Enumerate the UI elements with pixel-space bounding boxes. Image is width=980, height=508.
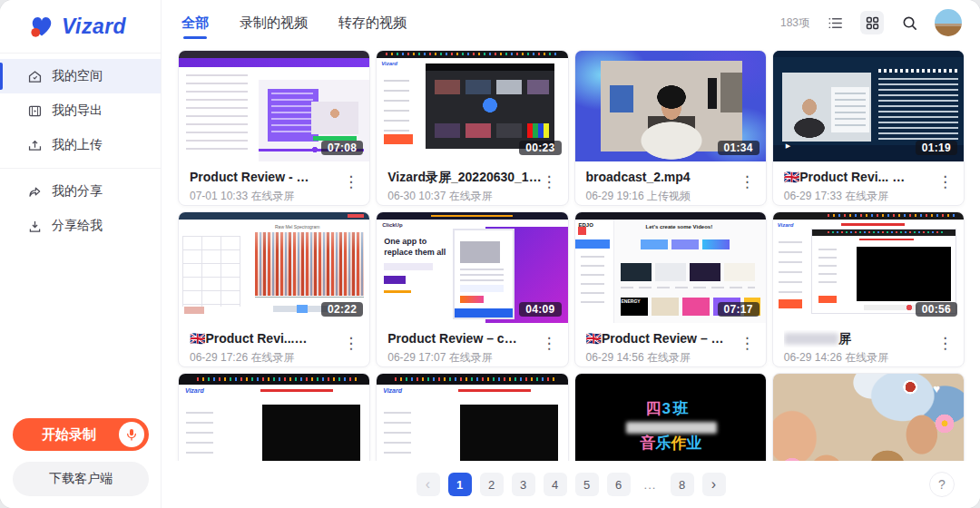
video-info: Product Review - ⋮ 07-01 10:33 在线录屏 — [179, 161, 369, 204]
video-card[interactable]: 00:23 Vizard Vizard录屏_20220630_10_37 ⋮ 0… — [376, 50, 568, 206]
duration-badge: 07:17 — [718, 302, 760, 317]
video-thumbnail[interactable]: 07:17 EDJOLet's create some Videos!ENERG… — [575, 212, 766, 323]
page-button-3[interactable]: 3 — [512, 473, 535, 496]
sidebar-item-label: 我的分享 — [52, 183, 103, 200]
video-thumbnail[interactable]: 00:23 Vizard — [377, 51, 567, 161]
video-card[interactable]: 04:09 ClickUpOne app toreplace them all … — [376, 211, 568, 367]
search-button[interactable] — [897, 11, 921, 34]
thumb-label: 四 — [646, 401, 662, 416]
tab-all[interactable]: 全部 — [181, 2, 209, 44]
sidebar-item-shared-with-me[interactable]: 分享给我 — [0, 209, 161, 243]
more-options-button[interactable]: ⋮ — [538, 334, 561, 353]
page-button-8[interactable]: 8 — [671, 473, 694, 496]
duration-badge: 04:09 — [519, 302, 561, 317]
home-icon — [27, 69, 43, 84]
page-button-4[interactable]: 4 — [544, 473, 567, 496]
more-options-button[interactable]: ⋮ — [934, 172, 956, 191]
video-thumbnail[interactable]: 04:09 ClickUpOne app toreplace them all — [377, 212, 567, 323]
sidebar-item-my-space[interactable]: 我的空间 — [0, 59, 161, 93]
video-meta: 07-01 10:33 在线录屏 — [190, 189, 344, 204]
sidebar-item-my-uploads[interactable]: 我的上传 — [0, 128, 161, 162]
redacted-text — [784, 333, 838, 345]
video-info: 🇬🇧Product Revi... 3 ⋮ 06-29 17:33 在线录屏 — [773, 161, 964, 204]
video-card[interactable]: 01:19 ▶ 🇬🇧Product Revi... 3 ⋮ 06-29 17:3… — [772, 50, 965, 206]
grid-view-button[interactable] — [860, 11, 884, 34]
thumb-label: 音 — [641, 435, 656, 451]
sidebar-item-my-exports[interactable]: 我的导出 — [0, 93, 161, 128]
sidebar: Vizard 我的空间 我的导出 — [0, 0, 162, 508]
share-icon — [27, 184, 43, 200]
more-options-button[interactable]: ⋮ — [736, 334, 759, 353]
thumb-label: Let's create some Videos! — [646, 224, 713, 230]
next-page-button[interactable]: › — [702, 473, 726, 496]
sidebar-item-label: 我的导出 — [52, 103, 103, 119]
start-recording-button[interactable]: 开始录制 — [13, 418, 149, 451]
app-window: Vizard 我的空间 我的导出 — [0, 0, 980, 508]
page-button-2[interactable]: 2 — [480, 473, 504, 496]
video-meta: 06-29 14:26 在线录屏 — [784, 350, 938, 366]
video-meta: 06-29 17:07 在线录屏 — [387, 350, 542, 366]
video-card[interactable]: 07:17 EDJOLet's create some Videos!ENERG… — [574, 211, 767, 367]
previous-page-button[interactable]: ‹ — [416, 473, 440, 496]
thumb-label: Vizard — [381, 61, 397, 66]
video-meta: 06-29 14:56 在线录屏 — [586, 350, 740, 366]
video-thumbnail[interactable]: 07:08 — [179, 51, 369, 161]
video-thumbnail[interactable]: 01:34 — [575, 51, 766, 161]
more-options-button[interactable]: ⋮ — [538, 172, 561, 191]
page-button-5[interactable]: 5 — [575, 473, 599, 496]
tab-saved-videos[interactable]: 转存的视频 — [338, 2, 407, 44]
download-client-button[interactable]: 下载客户端 — [13, 462, 149, 496]
thumb-label: replace them all — [384, 249, 446, 257]
page-button-...[interactable]: ... — [639, 473, 662, 496]
duration-badge: 01:19 — [916, 141, 957, 155]
video-title: 屏 — [784, 330, 938, 347]
page-button-6[interactable]: 6 — [607, 473, 631, 496]
thumb-label: Raw Mel Spectrogram — [275, 225, 319, 230]
thumb-label — [626, 422, 717, 434]
video-thumbnail[interactable]: 00:56 Vizard — [773, 212, 964, 323]
sidebar-menu: 我的空间 我的导出 我的上传 — [0, 54, 161, 249]
sidebar-item-my-shares[interactable]: 我的分享 — [0, 174, 161, 209]
video-info: broadcast_2.mp4 ⋮ 06-29 19:16 上传视频 — [575, 161, 766, 204]
video-title: Product Review – c — [387, 330, 542, 347]
video-card[interactable]: 07:08 Product Review - ⋮ 07-01 10:33 在线录… — [178, 50, 370, 206]
user-avatar[interactable] — [935, 9, 962, 36]
more-options-button[interactable]: ⋮ — [339, 172, 362, 191]
search-icon — [901, 15, 918, 32]
thumb-label: ENERGY — [622, 299, 641, 304]
microphone-icon — [119, 422, 144, 447]
vizard-logo-icon — [27, 13, 56, 40]
duration-badge: 00:23 — [519, 141, 561, 155]
tab-bar: 全部 录制的视频 转存的视频 — [181, 2, 407, 44]
video-title: Product Review - — [190, 169, 344, 186]
start-recording-label: 开始录制 — [42, 426, 96, 444]
brand-logo[interactable]: Vizard — [0, 0, 161, 53]
more-options-button[interactable]: ⋮ — [339, 334, 362, 353]
tab-recorded-videos[interactable]: 录制的视频 — [240, 2, 308, 44]
video-meta: 06-29 17:26 在线录屏 — [190, 350, 344, 366]
thumb-label: Vizard — [185, 387, 204, 394]
thumb-label: Vizard — [383, 387, 402, 394]
thumb-label: 业 — [687, 435, 702, 451]
list-view-icon — [827, 15, 844, 32]
video-card[interactable]: 01:34 broadcast_2.mp4 ⋮ 06-29 19:16 上传视频 — [574, 50, 767, 206]
more-options-button[interactable]: ⋮ — [934, 334, 956, 353]
more-options-button[interactable]: ⋮ — [736, 172, 759, 191]
page-button-1[interactable]: 1 — [448, 473, 472, 496]
video-card[interactable]: 00:56 Vizard 屏 ⋮ 06-29 14:26 在线录屏 — [772, 211, 965, 367]
main-area: 全部 录制的视频 转存的视频 183项 — [162, 0, 980, 508]
video-info: Vizard录屏_20220630_10_37 ⋮ 06-30 10:37 在线… — [377, 161, 567, 204]
help-button[interactable]: ? — [929, 472, 955, 497]
content-header: 全部 录制的视频 转存的视频 183项 — [162, 0, 980, 45]
video-title: broadcast_2.mp4 — [586, 169, 740, 186]
list-view-button[interactable] — [823, 11, 847, 34]
thumb-label: 班 — [673, 401, 689, 416]
video-thumbnail[interactable]: 02:22 Raw Mel Spectrogram — [179, 212, 369, 323]
duration-badge: 01:34 — [718, 141, 760, 155]
video-thumbnail[interactable]: 01:19 ▶ — [773, 51, 964, 161]
video-card[interactable]: 02:22 Raw Mel Spectrogram 🇬🇧Product Revi… — [178, 211, 370, 367]
video-meta: 06-30 10:37 在线录屏 — [387, 189, 542, 204]
shared-with-me-icon — [27, 219, 43, 234]
thumb-label: ▶ — [786, 142, 790, 149]
video-title: 🇬🇧Product Revi... 3 — [784, 169, 938, 186]
